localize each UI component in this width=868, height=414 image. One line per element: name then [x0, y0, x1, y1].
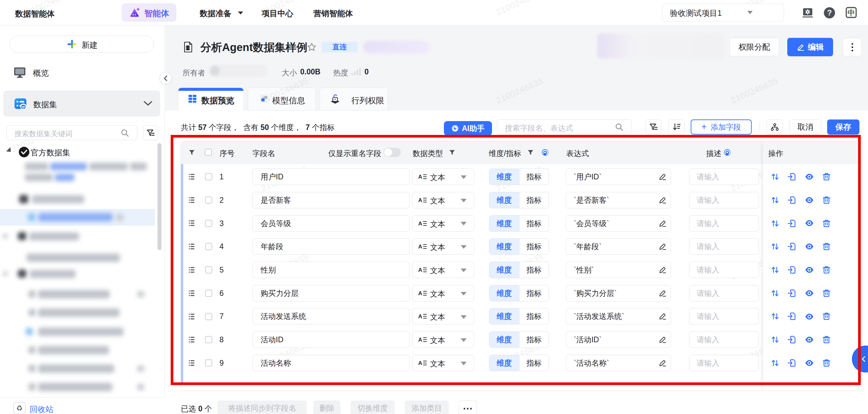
svg-text:♻: ♻ [16, 404, 23, 412]
svg-text:?: ? [827, 8, 832, 17]
svg-text:中: 中 [847, 8, 855, 17]
